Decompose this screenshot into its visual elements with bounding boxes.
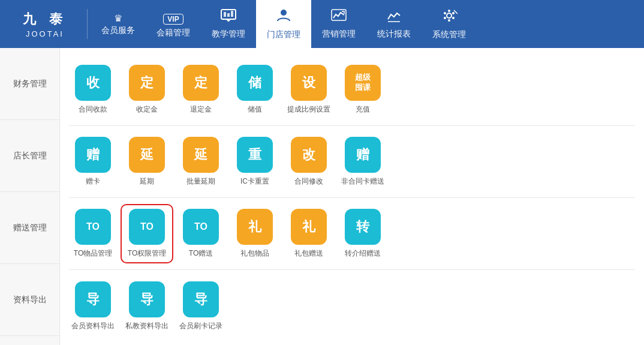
tile-label-extend: 延期	[140, 176, 154, 187]
tile-label-gift-package-send: 礼包赠送	[294, 248, 323, 259]
tile-icon-deposit-refund: 定	[183, 65, 219, 101]
tile-referral-gift[interactable]: 转 转介绍赠送	[339, 209, 387, 259]
sidebar-item-gift-mgmt[interactable]: 赠送管理	[0, 192, 59, 264]
tile-icon-contract-collect: 收	[75, 65, 111, 101]
tile-label-deposit-refund: 退定金	[190, 104, 212, 115]
tile-icon-gift-card: 赠	[75, 137, 111, 173]
nav-item-system-mgmt[interactable]: 系统管理	[422, 0, 477, 48]
nav-item-marketing-mgmt[interactable]: 营销管理	[311, 0, 366, 48]
tile-icon-recharge: 超级囤课	[345, 65, 381, 101]
tile-icon-extend: 延	[129, 137, 165, 173]
svg-point-15	[444, 17, 446, 19]
nav-item-membership-mgmt[interactable]: VIP 会籍管理	[146, 0, 201, 48]
logo-english: JOOTAI	[26, 29, 64, 38]
svg-rect-2	[227, 13, 230, 17]
tile-non-contract-gift[interactable]: 赠 非合同卡赠送	[339, 137, 387, 187]
svg-point-14	[452, 12, 455, 14]
sidebar-item-store-manager[interactable]: 店长管理	[0, 120, 59, 192]
content-area: 收 合同收款 定 收定金 定 退定金 储 储值 设 提成比例设置 超级囤课 充值	[60, 48, 644, 345]
tile-icon-member-export: 导	[75, 281, 111, 317]
tile-member-export[interactable]: 导 会员资料导出	[69, 281, 117, 331]
logo-chinese: 九 泰	[23, 10, 67, 28]
tile-contract-collect[interactable]: 收 合同收款	[69, 65, 117, 115]
tile-recharge[interactable]: 超级囤课 充值	[339, 65, 387, 115]
tile-to-permission-mgmt[interactable]: TO TO权限管理	[123, 206, 171, 261]
sidebar: 财务管理 店长管理 赠送管理 资料导出	[0, 48, 60, 345]
tile-deposit-refund[interactable]: 定 退定金	[177, 65, 225, 115]
nav-label-marketing-mgmt: 营销管理	[322, 29, 356, 40]
crown-icon: ♛	[114, 13, 122, 24]
nav-label-membership-mgmt: 会籍管理	[157, 28, 190, 38]
tile-to-goods-mgmt[interactable]: TO TO物品管理	[69, 209, 117, 259]
tile-stored-value[interactable]: 储 储值	[231, 65, 279, 115]
tile-icon-batch-extend: 延	[183, 137, 219, 173]
tile-label-contract-collect: 合同收款	[79, 104, 107, 115]
data-export-section: 导 会员资料导出 导 私教资料导出 导 会员刷卡记录	[69, 270, 635, 342]
tile-label-gift-package-goods: 礼包物品	[240, 248, 269, 259]
tile-icon-member-swipe: 导	[183, 281, 219, 317]
tile-label-to-permission-mgmt: TO权限管理	[128, 248, 166, 259]
svg-rect-3	[231, 11, 233, 17]
tile-member-swipe[interactable]: 导 会员刷卡记录	[177, 281, 225, 331]
tile-extend[interactable]: 延 延期	[123, 137, 171, 187]
tile-label-private-export: 私教资料导出	[125, 321, 168, 331]
nav-divider	[87, 9, 88, 39]
tile-ic-reset[interactable]: 重 IC卡重置	[231, 137, 279, 187]
tile-label-member-export: 会员资料导出	[71, 321, 115, 331]
marketing-icon	[330, 8, 347, 26]
tile-label-referral-gift: 转介绍赠送	[345, 248, 381, 259]
nav-bar: 九 泰 JOOTAI ♛ 会员服务 VIP 会籍管理	[0, 0, 644, 48]
tile-private-export[interactable]: 导 私教资料导出	[123, 281, 171, 331]
tile-label-to-goods-mgmt: TO物品管理	[74, 248, 112, 259]
vip-box-icon: VIP	[163, 10, 183, 25]
svg-point-10	[447, 13, 452, 18]
tile-icon-to-goods-mgmt: TO	[75, 209, 111, 245]
tile-label-commission-setting: 提成比例设置	[287, 104, 330, 115]
nav-item-member-service[interactable]: ♛ 会员服务	[91, 0, 146, 48]
stats-icon	[386, 8, 402, 26]
system-icon	[441, 8, 458, 27]
tile-label-deposit-fixed: 收定金	[136, 104, 158, 115]
nav-label-member-service: 会员服务	[101, 25, 135, 36]
tile-icon-contract-modify: 改	[291, 137, 327, 173]
tile-icon-ic-reset: 重	[237, 137, 273, 173]
tile-gift-package-goods[interactable]: 礼 礼包物品	[231, 209, 279, 259]
sidebar-item-data-export[interactable]: 资料导出	[0, 264, 59, 336]
tile-icon-gift-package-send: 礼	[291, 209, 327, 245]
tile-icon-to-permission-mgmt: TO	[129, 209, 165, 245]
tile-contract-modify[interactable]: 改 合同修改	[285, 137, 333, 187]
tile-label-stored-value: 储值	[248, 104, 262, 115]
tile-batch-extend[interactable]: 延 批量延期	[177, 137, 225, 187]
tile-label-to-gift: TO赠送	[189, 248, 213, 259]
tile-deposit-fixed[interactable]: 定 收定金	[123, 65, 171, 115]
nav-label-system-mgmt: 系统管理	[432, 29, 466, 40]
nav-label-store-mgmt: 门店管理	[267, 29, 300, 40]
nav-item-stats-report[interactable]: 统计报表	[366, 0, 422, 48]
tile-gift-package-send[interactable]: 礼 礼包赠送	[285, 209, 333, 259]
tile-icon-gift-package-goods: 礼	[237, 209, 273, 245]
tile-icon-private-export: 导	[129, 281, 165, 317]
tile-icon-commission-setting: 设	[291, 65, 327, 101]
tile-label-batch-extend: 批量延期	[186, 176, 215, 187]
svg-point-13	[444, 12, 446, 14]
tile-icon-deposit-fixed: 定	[129, 65, 165, 101]
tile-label-non-contract-gift: 非合同卡赠送	[341, 176, 384, 187]
store-icon	[275, 8, 292, 27]
svg-point-16	[452, 17, 455, 19]
tile-gift-card[interactable]: 赠 赠卡	[69, 137, 117, 187]
tile-to-gift[interactable]: TO TO赠送	[177, 209, 225, 259]
nav-item-store-mgmt[interactable]: 门店管理	[256, 0, 311, 48]
tile-label-gift-card: 赠卡	[86, 176, 100, 187]
tile-commission-setting[interactable]: 设 提成比例设置	[285, 65, 333, 115]
nav-item-teaching-mgmt[interactable]: 教学管理	[201, 0, 256, 48]
nav-items: ♛ 会员服务 VIP 会籍管理	[91, 0, 638, 48]
logo: 九 泰 JOOTAI	[6, 10, 84, 38]
tile-label-recharge: 充值	[356, 104, 370, 115]
tile-icon-to-gift: TO	[183, 209, 219, 245]
sidebar-item-finance[interactable]: 财务管理	[0, 48, 59, 120]
tile-icon-stored-value: 储	[237, 65, 273, 101]
svg-point-11	[448, 10, 450, 12]
tile-label-ic-reset: IC卡重置	[240, 176, 269, 187]
store-manager-section: 赠 赠卡 延 延期 延 批量延期 重 IC卡重置 改 合同修改 赠 非合同卡赠送	[69, 126, 635, 198]
nav-label-teaching-mgmt: 教学管理	[212, 29, 245, 40]
